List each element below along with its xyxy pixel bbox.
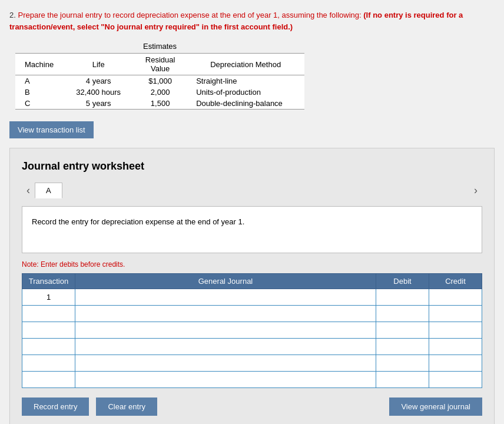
view-general-journal-button[interactable]: View general journal [389, 398, 482, 416]
table-row [22, 355, 482, 372]
credit-input[interactable] [429, 322, 482, 338]
question-normal-text: Prepare the journal entry to record depr… [18, 11, 361, 19]
cell-machine: B [15, 87, 63, 98]
table-row: B 32,400 hours 2,000 Units-of-production [15, 87, 304, 98]
table-row: C 5 years 1,500 Double-declining-balance [15, 98, 304, 110]
cell-transaction: 1 [22, 289, 75, 306]
cell-general-journal[interactable] [75, 339, 376, 355]
col-header-residual: Residual Value [134, 54, 187, 75]
cell-transaction [22, 322, 75, 339]
th-transaction: Transaction [22, 274, 75, 289]
cell-transaction [22, 306, 75, 322]
estimates-table: Estimates Machine Life Residual Value De… [15, 42, 304, 110]
estimates-caption: Estimates [15, 42, 304, 51]
general-journal-input[interactable] [75, 322, 376, 338]
table-row: A 4 years $1,000 Straight-line [15, 75, 304, 87]
debit-input[interactable] [376, 355, 429, 371]
credit-input[interactable] [429, 306, 482, 322]
cell-life: 32,400 hours [63, 87, 134, 98]
general-journal-input[interactable] [75, 339, 376, 355]
table-row [22, 306, 482, 322]
credit-input[interactable] [429, 372, 482, 387]
worksheet-title: Journal entry worksheet [22, 160, 482, 173]
th-credit: Credit [429, 274, 482, 289]
general-journal-input[interactable] [75, 289, 376, 305]
cell-credit[interactable] [429, 339, 482, 355]
cell-credit[interactable] [429, 306, 482, 322]
cell-general-journal[interactable] [75, 322, 376, 339]
tab-a[interactable]: A [35, 183, 62, 198]
th-debit: Debit [376, 274, 429, 289]
question-text: 2. Prepare the journal entry to record d… [9, 9, 495, 32]
general-journal-input[interactable] [75, 306, 376, 322]
cell-residual: 2,000 [134, 87, 187, 98]
cell-credit[interactable] [429, 289, 482, 306]
general-journal-input[interactable] [75, 372, 376, 387]
cell-residual: $1,000 [134, 75, 187, 87]
cell-debit[interactable] [376, 289, 429, 306]
cell-transaction [22, 372, 75, 388]
cell-depreciation: Straight-line [187, 75, 304, 87]
cell-machine: C [15, 98, 63, 110]
clear-entry-button[interactable]: Clear entry [96, 398, 157, 416]
cell-credit[interactable] [429, 355, 482, 372]
table-row [22, 339, 482, 355]
cell-general-journal[interactable] [75, 372, 376, 388]
credit-input[interactable] [429, 339, 482, 355]
cell-credit[interactable] [429, 372, 482, 388]
general-journal-input[interactable] [75, 355, 376, 371]
instruction-text: Record the entry for depreciation expens… [32, 217, 244, 226]
col-header-machine: Machine [15, 54, 63, 75]
tab-next-arrow[interactable]: › [469, 182, 482, 199]
cell-credit[interactable] [429, 322, 482, 339]
debit-input[interactable] [376, 289, 429, 305]
col-header-life: Life [63, 54, 134, 75]
cell-general-journal[interactable] [75, 355, 376, 372]
cell-machine: A [15, 75, 63, 87]
note-text: Note: Enter debits before credits. [22, 260, 482, 269]
cell-general-journal[interactable] [75, 289, 376, 306]
cell-debit[interactable] [376, 355, 429, 372]
cell-general-journal[interactable] [75, 306, 376, 322]
cell-life: 5 years [63, 98, 134, 110]
tab-navigation: ‹ A › [22, 182, 482, 199]
question-number: 2. [9, 11, 16, 19]
debit-input[interactable] [376, 306, 429, 322]
col-header-depreciation: Depreciation Method [187, 54, 304, 75]
instruction-box: Record the entry for depreciation expens… [22, 206, 482, 253]
journal-table: Transaction General Journal Debit Credit… [22, 273, 482, 388]
cell-transaction [22, 355, 75, 372]
cell-depreciation: Double-declining-balance [187, 98, 304, 110]
table-row [22, 322, 482, 339]
cell-debit[interactable] [376, 306, 429, 322]
cell-debit[interactable] [376, 372, 429, 388]
debit-input[interactable] [376, 372, 429, 387]
view-transaction-button[interactable]: View transaction list [9, 121, 94, 138]
th-general-journal: General Journal [75, 274, 376, 289]
worksheet-container: Journal entry worksheet ‹ A › Record the… [9, 148, 495, 424]
credit-input[interactable] [429, 289, 482, 305]
debit-input[interactable] [376, 339, 429, 355]
cell-debit[interactable] [376, 339, 429, 355]
cell-transaction [22, 339, 75, 355]
record-entry-button[interactable]: Record entry [22, 398, 89, 416]
tab-prev-arrow[interactable]: ‹ [22, 182, 35, 199]
cell-debit[interactable] [376, 322, 429, 339]
debit-input[interactable] [376, 322, 429, 338]
cell-life: 4 years [63, 75, 134, 87]
table-row [22, 372, 482, 388]
cell-depreciation: Units-of-production [187, 87, 304, 98]
cell-residual: 1,500 [134, 98, 187, 110]
action-buttons-row: Record entry Clear entry View general jo… [22, 398, 482, 416]
table-row: 1 [22, 289, 482, 306]
credit-input[interactable] [429, 355, 482, 371]
